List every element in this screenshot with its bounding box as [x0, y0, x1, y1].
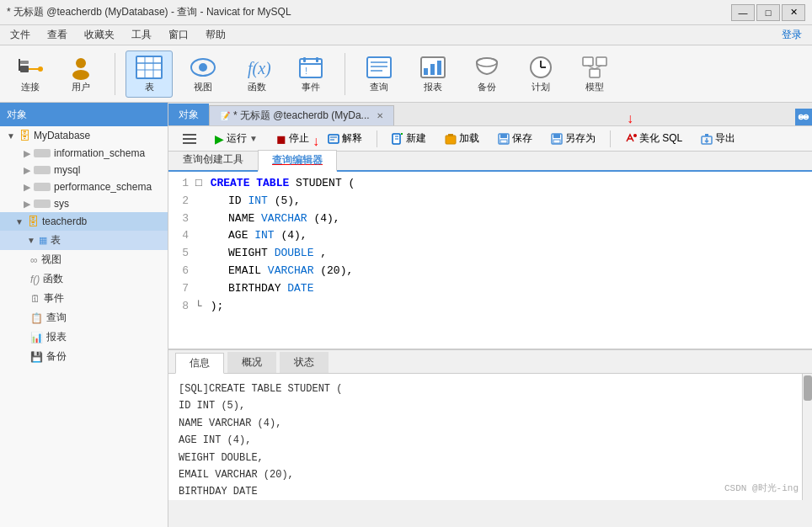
function-button[interactable]: f(x) 函数: [233, 51, 280, 98]
svg-rect-52: [446, 136, 456, 144]
function-label: 函数: [248, 81, 266, 93]
menu-help[interactable]: 帮助: [199, 26, 232, 44]
model-label: 模型: [585, 81, 604, 93]
menu-view[interactable]: 查看: [40, 26, 74, 44]
minimize-button[interactable]: —: [731, 4, 755, 21]
new-button[interactable]: 新建: [384, 129, 434, 148]
save-as-button[interactable]: 另存为: [543, 129, 603, 148]
reports-icon: 📊: [30, 332, 43, 343]
sidebar-item-tables[interactable]: ▼ ▦ 表: [0, 231, 168, 250]
code-line-7: 7 BIRTHDAY DATE: [172, 280, 809, 298]
load-button[interactable]: 加载: [437, 129, 487, 148]
overview-tab[interactable]: 概况: [227, 352, 276, 373]
sidebar-item-functions[interactable]: f() 函数: [0, 269, 168, 289]
maximize-button[interactable]: □: [756, 4, 780, 21]
sidebar-teacherdb-label: teacherdb: [42, 216, 87, 227]
save-as-icon: [551, 133, 563, 145]
sidebar-item-backup[interactable]: 💾 备份: [0, 347, 168, 366]
views-icon: ∞: [30, 254, 38, 266]
sidebar-item-reports[interactable]: 📊 报表: [0, 327, 168, 347]
report-button[interactable]: 报表: [409, 51, 457, 98]
login-button[interactable]: 登录: [775, 26, 809, 44]
objects-tab[interactable]: 对象: [168, 104, 209, 125]
sidebar-item-events[interactable]: 🗓 事件: [0, 289, 168, 308]
menu-tools[interactable]: 工具: [125, 26, 158, 44]
create-tool-tab[interactable]: 查询创建工具: [168, 149, 258, 170]
indent-2: [195, 194, 222, 207]
tab-close-button[interactable]: ✕: [377, 111, 383, 120]
query-toolbar-sep2: [610, 130, 611, 147]
model-button[interactable]: 模型: [571, 51, 618, 98]
table-icon: [136, 55, 163, 81]
status-tab[interactable]: 状态: [280, 352, 329, 373]
save-button[interactable]: 保存: [490, 129, 540, 148]
content-area: 对象 📝 * 无标题 @teacherdb (MyDa... ✕ ▶ 运行 ▼: [168, 103, 812, 527]
sql-output-line-5: WEIGHT DOUBLE,: [179, 450, 802, 466]
queries-icon: 📋: [30, 312, 43, 324]
menu-file[interactable]: 文件: [3, 26, 37, 44]
menu-icon-btn[interactable]: [175, 130, 204, 147]
sidebar-item-views[interactable]: ∞ 视图: [0, 250, 168, 269]
editor-tab[interactable]: 查询编辑器 ↓: [258, 150, 337, 172]
report-icon: [419, 55, 446, 81]
query-tab[interactable]: 📝 * 无标题 @teacherdb (MyDa... ✕: [209, 105, 394, 125]
code-line-4: 4 AGE INT (4),: [172, 227, 809, 245]
kw-int-2: INT: [254, 229, 274, 242]
close-paren: );: [211, 300, 224, 312]
sidebar-item-queries[interactable]: 📋 查询: [0, 308, 168, 327]
new-label: 新建: [406, 131, 426, 146]
close-button[interactable]: ✕: [782, 4, 805, 21]
beautify-button[interactable]: 美化 SQL ↓: [617, 129, 690, 148]
tables-icon: ▦: [39, 235, 47, 246]
svg-text:!: !: [305, 67, 307, 76]
backup-label: 备份: [478, 81, 496, 93]
svg-rect-25: [424, 68, 428, 75]
backup-button[interactable]: 备份: [463, 51, 510, 98]
info-tab[interactable]: 信息: [175, 353, 224, 374]
event-button[interactable]: ! 事件: [287, 51, 334, 98]
export-button[interactable]: 导出: [693, 129, 743, 148]
sidebar-events-label: 事件: [44, 291, 64, 306]
create-tool-label: 查询创建工具: [183, 153, 243, 165]
student-text: STUDENT (: [296, 177, 355, 189]
tables-arrow: ▼: [27, 236, 35, 245]
sidebar-item-mysql[interactable]: ▶ mysql: [0, 162, 168, 178]
run-button[interactable]: ▶ 运行 ▼: [207, 129, 265, 148]
sidebar-item-sys[interactable]: ▶ sys: [0, 195, 168, 212]
kw-table: TABLE: [256, 177, 289, 189]
menu-favorites[interactable]: 收藏夹: [77, 26, 121, 44]
line-content-7[interactable]: BIRTHDAY DATE: [195, 280, 809, 298]
line-content-5[interactable]: WEIGHT DOUBLE ,: [195, 245, 809, 263]
int-val-2: (4),: [280, 229, 307, 242]
line-content-3[interactable]: NAME VARCHAR (4),: [195, 210, 809, 228]
sidebar-item-information-schema[interactable]: ▶ information_schema: [0, 145, 168, 162]
events-icon: 🗓: [30, 293, 40, 305]
stop-button[interactable]: ◼ 停止: [269, 129, 317, 148]
line-content-8[interactable]: └ );: [195, 298, 809, 316]
view-button[interactable]: 视图: [179, 51, 227, 98]
table-button[interactable]: 表: [126, 51, 173, 98]
line-content-6[interactable]: EMAIL VARCHAR (20),: [195, 263, 809, 280]
menu-window[interactable]: 窗口: [162, 26, 195, 44]
user-button[interactable]: 用户: [57, 51, 104, 98]
scrollbar-thumb[interactable]: [804, 375, 812, 401]
line-content-1[interactable]: □ CREATE TABLE STUDENT (: [195, 175, 809, 193]
sidebar-item-performance-schema[interactable]: ▶ performance_schema: [0, 178, 168, 195]
explain-button[interactable]: 解释: [320, 129, 370, 148]
function-icon: f(x): [243, 55, 270, 81]
view-icon: [190, 55, 216, 81]
schedule-button[interactable]: 计划: [517, 51, 564, 98]
sidebar-item-teacherdb[interactable]: ▼ 🗄 teacherdb: [0, 212, 168, 231]
line-num-4: 4: [172, 227, 189, 245]
beautify-icon: [625, 133, 637, 145]
connection-tab-icon[interactable]: [795, 109, 812, 125]
line-content-2[interactable]: ID INT (5),: [195, 193, 809, 210]
title-bar: * 无标题 @teacherdb (MyDatabase) - 查询 - Nav…: [0, 0, 812, 25]
sidebar-item-mydatabase[interactable]: ▼ 🗄 MyDatabase: [0, 126, 168, 145]
line-content-4[interactable]: AGE INT (4),: [195, 227, 809, 245]
scrollbar-right[interactable]: [802, 374, 812, 500]
code-editor[interactable]: 1 □ CREATE TABLE STUDENT ( 2 ID: [168, 172, 812, 349]
window-controls[interactable]: — □ ✕: [731, 4, 805, 21]
query-button[interactable]: 查询: [355, 51, 403, 98]
connect-button[interactable]: 连接: [7, 51, 54, 98]
